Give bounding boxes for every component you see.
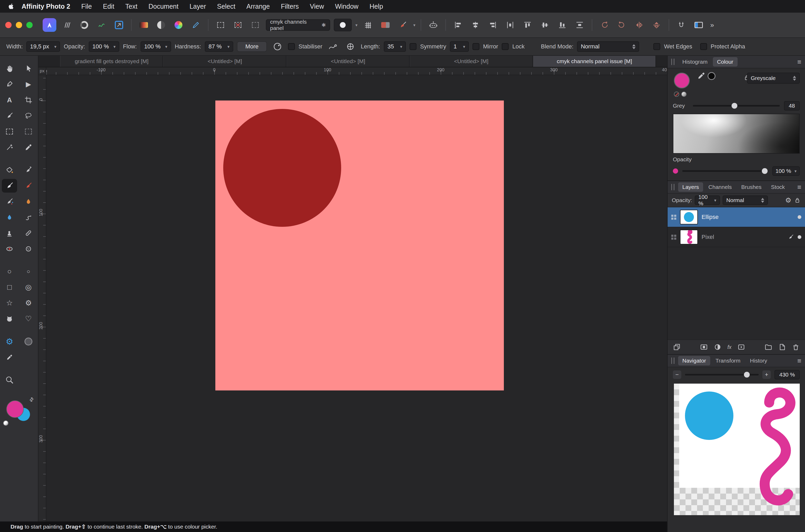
document-tab[interactable]: <Untitled> [M] xyxy=(410,56,533,67)
layer-row-ellipse[interactable]: Ellipse xyxy=(668,207,805,227)
develop-persona-button[interactable] xyxy=(77,18,91,32)
layers-opacity-input[interactable]: 100 %▾ xyxy=(695,195,720,205)
adjustment-layer-icon[interactable] xyxy=(714,343,722,351)
assistant-brush-button[interactable] xyxy=(396,18,410,32)
grey-slider[interactable] xyxy=(693,105,780,107)
star-tool[interactable]: ☆ xyxy=(2,296,17,310)
menu-help[interactable]: Help xyxy=(370,3,383,10)
zoom-tool[interactable] xyxy=(2,373,17,387)
layer-visibility-dot[interactable] xyxy=(798,215,801,219)
erase-brush-tool[interactable] xyxy=(21,195,36,208)
symmetry-checkbox[interactable] xyxy=(410,43,416,50)
layer-grip-icon[interactable] xyxy=(671,235,676,240)
style-picker-tool[interactable] xyxy=(2,350,17,364)
document-tab[interactable]: <Untitled> [M] xyxy=(286,56,410,67)
smudge-brush-tool[interactable] xyxy=(21,210,36,224)
layer-effects-icon[interactable]: fx xyxy=(727,344,732,350)
greyscale-picker-area[interactable] xyxy=(673,114,800,154)
layer-thumbnail[interactable] xyxy=(680,230,698,244)
pixel-tool[interactable] xyxy=(21,179,36,193)
preferences-gear-tool[interactable]: ⚙ xyxy=(2,335,17,348)
document-tab[interactable]: gradient fill gets destroyed [M] xyxy=(60,56,163,67)
colour-mode-stepper-icon[interactable] xyxy=(793,76,796,81)
deselect-button[interactable] xyxy=(231,18,245,32)
flow-caret-icon[interactable]: ▾ xyxy=(165,44,167,49)
new-selection-button[interactable] xyxy=(214,18,227,32)
hardness-input[interactable]: 87 %▾ xyxy=(205,41,233,52)
view-tool[interactable] xyxy=(2,61,17,75)
layer-name[interactable]: Ellipse xyxy=(701,214,794,221)
donut-tool[interactable]: ◎ xyxy=(21,281,36,294)
assistant-button[interactable] xyxy=(427,18,440,32)
colour-opacity-caret-icon[interactable]: ▾ xyxy=(794,169,797,174)
app-menu-title[interactable]: Affinity Photo 2 xyxy=(22,3,70,10)
panel-grip-icon[interactable] xyxy=(671,184,674,190)
mirror-checkbox[interactable] xyxy=(472,43,479,50)
text-tool[interactable]: A xyxy=(2,93,17,107)
panel-menu-icon[interactable]: ≡ xyxy=(798,357,801,365)
export-persona-button[interactable] xyxy=(112,18,126,32)
navigator-preview[interactable] xyxy=(674,384,800,515)
align-top-button[interactable] xyxy=(521,18,535,32)
colour-wheel-button[interactable] xyxy=(172,18,185,32)
layer-thumbnail[interactable] xyxy=(680,210,698,224)
rectangular-marquee-tool[interactable] xyxy=(2,125,17,138)
selection-brush-tool[interactable] xyxy=(2,109,17,122)
layers-blend-stepper-icon[interactable] xyxy=(761,198,764,203)
colour-mode-dropdown[interactable]: Greyscale xyxy=(747,73,800,84)
grey-slider-thumb[interactable] xyxy=(732,103,737,109)
liquify-persona-button[interactable] xyxy=(60,18,74,32)
circle-tool[interactable]: ○ xyxy=(21,265,36,278)
mask-layer-icon[interactable] xyxy=(700,343,708,351)
menu-layer[interactable]: Layer xyxy=(189,3,206,10)
zoom-slider[interactable] xyxy=(685,374,759,376)
brush-caret-icon[interactable]: ▾ xyxy=(413,23,415,27)
brush-nozzle-button[interactable] xyxy=(270,40,284,53)
blend-mode-dropdown[interactable]: Normal xyxy=(577,41,639,52)
pen-tool[interactable] xyxy=(2,77,17,91)
tab-transform[interactable]: Transform xyxy=(711,356,745,365)
layers-blend-dropdown[interactable]: Normal xyxy=(723,195,768,205)
layer-edited-brush-icon[interactable] xyxy=(788,234,794,240)
window-stabiliser-button[interactable] xyxy=(343,40,357,53)
align-left-button[interactable] xyxy=(451,18,465,32)
healing-brush-tool[interactable] xyxy=(21,226,36,240)
menu-view[interactable]: View xyxy=(310,3,324,10)
panel-grip-icon[interactable] xyxy=(671,358,674,364)
paint-brush-tool[interactable] xyxy=(2,179,17,193)
menu-edit[interactable]: Edit xyxy=(103,3,114,10)
layer-grip-icon[interactable] xyxy=(671,215,676,220)
greyscale-swatch[interactable] xyxy=(681,92,687,97)
layer-visibility-dot[interactable] xyxy=(798,235,801,239)
swap-colours-icon[interactable]: ⇄ xyxy=(27,396,35,403)
pixel-grid-button[interactable] xyxy=(361,18,375,32)
menu-window[interactable]: Window xyxy=(335,3,358,10)
length-caret-icon[interactable]: ▾ xyxy=(400,44,402,49)
retouch-button[interactable] xyxy=(189,18,203,32)
blur-brush-tool[interactable] xyxy=(2,210,17,224)
flood-fill-tool[interactable] xyxy=(2,163,17,177)
layers-opacity-caret-icon[interactable]: ▾ xyxy=(714,198,716,203)
snapshot-tool[interactable] xyxy=(21,335,36,348)
heart-tool[interactable]: ♡ xyxy=(21,312,36,326)
colour-opacity-input[interactable]: 100 %▾ xyxy=(772,166,800,176)
hardness-caret-icon[interactable]: ▾ xyxy=(227,44,229,49)
colour-picker-tool[interactable] xyxy=(21,140,36,154)
panel-grip-icon[interactable] xyxy=(671,59,674,65)
menu-file[interactable]: File xyxy=(81,3,92,10)
space-horizontal-button[interactable] xyxy=(503,18,517,32)
cog-tool[interactable]: ⚙ xyxy=(21,296,36,310)
preset-search-field[interactable]: cmyk channels panel ✱ xyxy=(266,19,330,31)
quick-mask-button[interactable] xyxy=(334,19,352,31)
rotate-ccw-button[interactable] xyxy=(598,18,611,32)
apple-menu[interactable] xyxy=(7,3,15,10)
width-caret-icon[interactable]: ▾ xyxy=(54,44,56,49)
live-filter-icon[interactable] xyxy=(737,343,745,351)
tab-navigator[interactable]: Navigator xyxy=(678,356,710,365)
mask-overlay-button[interactable] xyxy=(378,18,392,32)
menu-text[interactable]: Text xyxy=(125,3,137,10)
quick-mask-caret-icon[interactable]: ▾ xyxy=(355,23,357,27)
new-layer-icon[interactable] xyxy=(778,343,786,351)
duplicate-layer-icon[interactable] xyxy=(673,343,681,351)
photo-persona-button[interactable] xyxy=(43,18,56,32)
